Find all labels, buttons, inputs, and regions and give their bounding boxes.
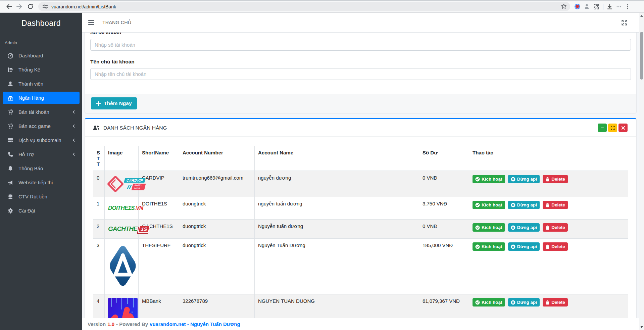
sidebar-item-ho-tro[interactable]: Hỗ Trợ (3, 148, 80, 160)
sidebar-item-dich-vu-subdomain[interactable]: Dịch vụ subdomain (3, 134, 80, 146)
bookmark-star-icon[interactable] (561, 3, 567, 11)
stop-api-button[interactable]: Dừng api (508, 242, 540, 251)
cart-plus-icon (6, 109, 15, 115)
sidebar-item-thanh-vien[interactable]: Thành viên (3, 78, 80, 90)
add-bank-card: Số tài khoản Tên chủ tài khoản Thêm Ngay (85, 33, 636, 113)
sidebar-item-website-tiep-thi[interactable]: Website tiếp thị (3, 176, 80, 189)
plus-icon (96, 101, 101, 106)
delete-button[interactable]: Delete (543, 223, 568, 232)
delete-button[interactable]: Delete (543, 298, 568, 307)
cell-shortname: THESIEURE (139, 239, 179, 294)
phone-icon (6, 151, 15, 157)
activate-button[interactable]: Kích hoạt (473, 298, 505, 307)
sidebar-item-ban-acc-game[interactable]: Bán acc game (3, 120, 80, 132)
stop-api-button[interactable]: Dừng api (508, 298, 540, 307)
cell-stt: 3 (93, 239, 105, 294)
extension-person-icon[interactable] (584, 3, 590, 10)
pause-circle-icon (511, 177, 515, 182)
browser-actions (574, 3, 641, 10)
delete-button[interactable]: Delete (543, 175, 568, 183)
add-now-button[interactable]: Thêm Ngay (91, 97, 137, 109)
fullscreen-icon[interactable] (621, 19, 628, 26)
pause-circle-icon (511, 244, 515, 249)
sidebar-section-label: Admin (0, 34, 82, 47)
account-holder-input[interactable] (90, 68, 631, 80)
sidebar-item-dashboard[interactable]: Dashboard (3, 49, 80, 62)
extension-shield-icon[interactable] (574, 3, 581, 10)
bank-icon (6, 95, 15, 101)
cardvip-logo-subtext: AUTO 24/24 (132, 184, 146, 190)
doithe1s-logo: DOITHE1S.VN (108, 201, 135, 216)
col-account-name: Account Name (255, 146, 419, 171)
sidebar-item-ngan-hang[interactable]: Ngân Hàng (3, 92, 80, 104)
cell-account-name: NGUYEN TUAN DUONG (255, 294, 419, 318)
sidebar-item-label: Thống Kê (18, 67, 40, 73)
bank-list-title: DANH SÁCH NGÂN HÀNG (103, 125, 167, 131)
footer-credit-link[interactable]: vuarandom.net - Nguyễn Tuấn Dương (150, 321, 240, 327)
cell-stt: 0 (93, 171, 105, 197)
table-row: 0 CARDVIP AUTO 24/24 CARD (93, 171, 628, 197)
cell-balance: 185,000 VNĐ (419, 239, 469, 294)
doithe1s-logo-text: DOITHE1S (108, 205, 135, 211)
cell-image (105, 294, 139, 318)
expand-button[interactable] (608, 124, 617, 132)
collapse-button[interactable] (598, 124, 607, 132)
site-info-icon[interactable] (42, 4, 48, 9)
stop-api-button[interactable]: Dừng api (508, 223, 540, 232)
cell-shortname: DOITHE1S (139, 197, 179, 220)
forward-button[interactable] (14, 1, 25, 12)
footer-powered-by: - Powered By (116, 321, 148, 327)
cell-account-number: duongtrick (179, 239, 255, 294)
download-icon[interactable] (606, 3, 613, 10)
card-tools (598, 124, 628, 132)
cell-image: CARDVIP AUTO 24/24 (105, 171, 139, 197)
account-number-label: Số tài khoản (90, 33, 631, 36)
sidebar-item-ban-tai-khoan[interactable]: Bán tài khoản (3, 106, 80, 118)
trash-icon (545, 225, 550, 230)
scroll-up-arrow-icon[interactable] (640, 15, 643, 17)
sidebar-item-label: Dashboard (18, 53, 43, 58)
account-holder-label: Tên chủ tài khoản (90, 59, 631, 65)
home-link[interactable]: TRANG CHỦ (102, 20, 131, 25)
brand[interactable]: Dashboard (0, 13, 82, 34)
delete-button[interactable]: Delete (543, 201, 568, 209)
activate-button[interactable]: Kích hoạt (473, 175, 505, 183)
extensions-puzzle-icon[interactable] (593, 3, 600, 10)
cell-account-name: Nguyễn Tuấn Dương (255, 239, 419, 294)
scrollbar-thumb[interactable] (640, 32, 643, 80)
sidebar-item-ctv-rut-tien[interactable]: CTV Rút tiền (3, 190, 80, 203)
activate-button[interactable]: Kích hoạt (473, 242, 505, 251)
activate-button[interactable]: Kích hoạt (473, 201, 505, 209)
reload-button[interactable] (25, 1, 36, 12)
minus-icon (600, 126, 604, 130)
hamburger-menu-icon[interactable] (87, 18, 96, 26)
delete-button[interactable]: Delete (543, 242, 568, 251)
bank-list-title-wrap: DANH SÁCH NGÂN HÀNG (92, 125, 167, 131)
bullhorn-icon (6, 180, 15, 186)
sidebar-item-cai-dat[interactable]: Cài Đặt (3, 204, 80, 217)
url-bar[interactable]: vuarandom.net/admin/ListBank (38, 2, 570, 11)
check-circle-icon (475, 225, 480, 230)
stop-api-button[interactable]: Dừng api (508, 201, 540, 209)
stop-api-button[interactable]: Dừng api (508, 175, 540, 183)
sidebar-item-thong-bao[interactable]: Thông Báo (3, 162, 80, 175)
browser-toolbar: vuarandom.net/admin/ListBank (0, 0, 644, 13)
scroll-down-arrow-icon[interactable] (640, 326, 643, 328)
url-text[interactable]: vuarandom.net/admin/ListBank (51, 4, 116, 9)
back-button[interactable] (3, 1, 14, 12)
account-number-input[interactable] (90, 39, 631, 51)
cell-actions: Kích hoạt Dừng api Delete (469, 171, 628, 197)
sidebar-item-label: Dịch vụ subdomain (18, 137, 61, 143)
trash-icon (545, 244, 550, 249)
media-chip-icon[interactable] (616, 5, 622, 8)
sidebar-item-label: Ngân Hàng (18, 95, 44, 101)
trash-icon (545, 300, 550, 305)
sidebar-item-thong-ke[interactable]: Thống Kê (3, 63, 80, 76)
vertical-scrollbar[interactable] (639, 13, 644, 330)
chevron-left-icon (72, 124, 76, 128)
close-button[interactable] (618, 124, 628, 132)
activate-button[interactable]: Kích hoạt (473, 223, 505, 232)
trash-icon (545, 177, 550, 182)
cell-balance: 0 VNĐ (419, 171, 469, 197)
menu-dots-icon[interactable] (625, 4, 631, 10)
